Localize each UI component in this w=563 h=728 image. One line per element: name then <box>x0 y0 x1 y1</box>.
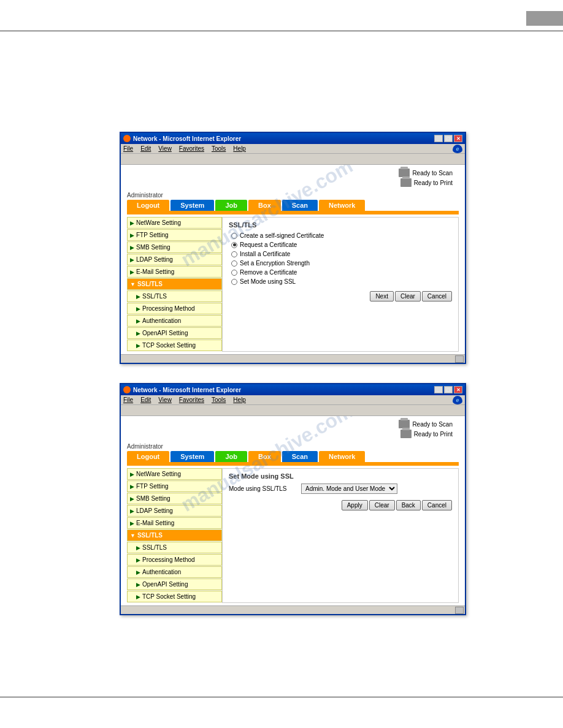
radio-remove-cert-input[interactable] <box>231 270 237 276</box>
sidebar-ldap-1[interactable]: ▶ LDAP Setting <box>127 254 222 265</box>
back-button-2[interactable]: Back <box>396 500 421 510</box>
minimize-btn-2[interactable]: _ <box>434 386 443 393</box>
arrow-icon-4: ▶ <box>130 257 134 263</box>
btn-group-2: Apply Clear Back Cancel <box>229 500 452 510</box>
menu-tools-1[interactable]: Tools <box>212 145 226 152</box>
main-area-2: ▶ NetWare Setting ▶ FTP Setting ▶ SMB Se… <box>121 466 465 605</box>
tab-network-1[interactable]: Network <box>319 200 365 211</box>
cancel-button-1[interactable]: Cancel <box>422 291 452 301</box>
sidebar-auth-2[interactable]: ▶ Authentication <box>127 566 222 578</box>
tab-job-1[interactable]: Job <box>215 200 247 211</box>
sidebar-processing-1[interactable]: ▶ Processing Method <box>127 303 222 314</box>
radio-request-cert-input[interactable] <box>231 242 237 248</box>
titlebar-buttons-2: _ □ ✕ <box>434 386 462 393</box>
tab-logout-2[interactable]: Logout <box>127 451 169 462</box>
arrow-icon-11: ▶ <box>136 343 140 349</box>
sidebar-ssltls-active-1[interactable]: ▼ SSL/TLS <box>127 278 222 290</box>
cancel-button-2[interactable]: Cancel <box>422 500 452 510</box>
menu-edit-1[interactable]: Edit <box>140 145 151 152</box>
sidebar-tcp-1[interactable]: ▶ TCP Socket Setting <box>127 339 222 351</box>
maximize-btn-1[interactable]: □ <box>444 135 453 142</box>
tab-job-2[interactable]: Job <box>215 451 247 462</box>
sidebar-netware-2[interactable]: ▶ NetWare Setting <box>127 468 222 480</box>
minimize-btn-1[interactable]: _ <box>434 135 443 142</box>
menu-favorites-2[interactable]: Favorites <box>179 396 204 403</box>
radio-remove-cert[interactable]: Remove a Certificate <box>231 269 452 276</box>
statusbar-2 <box>121 605 465 614</box>
titlebar-buttons-1: _ □ ✕ <box>434 135 462 142</box>
radio-set-mode[interactable]: Set Mode using SSL <box>231 278 452 285</box>
radio-set-mode-input[interactable] <box>231 279 237 285</box>
sidebar-openapi-2[interactable]: ▶ OpenAPI Setting <box>127 578 222 590</box>
tab-system-1[interactable]: System <box>170 200 214 211</box>
mode-dropdown[interactable]: Admin. Mode and User Mode Admin. Mode on… <box>301 483 397 494</box>
printer-header-2: Ready to Scan Ready to Print <box>121 416 465 442</box>
radio-install-cert[interactable]: Install a Certificate <box>231 251 452 257</box>
sidebar-tcp-2[interactable]: ▶ TCP Socket Setting <box>127 591 222 602</box>
bottom-line <box>0 697 563 697</box>
content-panel-1: SSL/TLS Create a self-signed Certificate… <box>222 217 459 352</box>
nav-tabs-2: Logout System Job Box Scan Network <box>121 451 465 462</box>
next-button-1[interactable]: Next <box>370 291 394 301</box>
radio-create-cert[interactable]: Create a self-signed Certificate <box>231 232 452 239</box>
sidebar-ssltls-active-2[interactable]: ▼ SSL/TLS <box>127 529 222 541</box>
arrow-icon-s2-10: ▶ <box>136 582 140 588</box>
sidebar-netware-1[interactable]: ▶ NetWare Setting <box>127 217 222 229</box>
tab-network-2[interactable]: Network <box>319 451 365 462</box>
tab-scan-1[interactable]: Scan <box>282 200 318 211</box>
close-btn-2[interactable]: ✕ <box>454 386 462 393</box>
radio-request-cert[interactable]: Request a Certificate <box>231 241 452 248</box>
printer-status-scan-1: Ready to Scan <box>399 169 453 177</box>
titlebar-2: Network - Microsoft Internet Explorer _ … <box>121 384 465 395</box>
sidebar-openapi-1[interactable]: ▶ OpenAPI Setting <box>127 327 222 339</box>
sidebar-processing-2[interactable]: ▶ Processing Method <box>127 554 222 566</box>
maximize-btn-2[interactable]: □ <box>444 386 453 393</box>
arrow-icon-s2-9: ▶ <box>136 569 140 575</box>
menu-favorites-1[interactable]: Favorites <box>179 145 204 152</box>
print-status-text-2: Ready to Print <box>414 431 453 438</box>
menu-tools-2[interactable]: Tools <box>212 396 226 403</box>
ie-logo-1: e <box>453 145 462 153</box>
close-btn-1[interactable]: ✕ <box>454 135 462 142</box>
sidebar-ssltls-sub-1[interactable]: ▶ SSL/TLS <box>127 290 222 302</box>
arrow-icon-s2-7: ▶ <box>136 545 140 551</box>
menu-view-1[interactable]: View <box>158 145 172 152</box>
sidebar-auth-1[interactable]: ▶ Authentication <box>127 315 222 327</box>
menu-file-2[interactable]: File <box>123 396 133 403</box>
sidebar-smb-2[interactable]: ▶ SMB Setting <box>127 493 222 504</box>
tab-system-2[interactable]: System <box>170 451 214 462</box>
arrow-icon-s2-6: ▼ <box>130 533 136 539</box>
sidebar-ldap-2[interactable]: ▶ LDAP Setting <box>127 505 222 517</box>
menu-file-1[interactable]: File <box>123 145 133 152</box>
radio-install-cert-input[interactable] <box>231 251 237 257</box>
arrow-icon-10: ▶ <box>136 330 140 336</box>
menu-edit-2[interactable]: Edit <box>140 396 151 403</box>
printer-status-print-1: Ready to Print <box>400 178 453 187</box>
ie-icon-1 <box>123 135 131 142</box>
sidebar-ftp-2[interactable]: ▶ FTP Setting <box>127 480 222 492</box>
clear-button-1[interactable]: Clear <box>395 291 421 301</box>
titlebar-1: Network - Microsoft Internet Explorer _ … <box>121 133 465 144</box>
nav-tabs-1: Logout System Job Box Scan Network <box>121 200 465 211</box>
tab-logout-1[interactable]: Logout <box>127 200 169 211</box>
sidebar-ssltls-sub-2[interactable]: ▶ SSL/TLS <box>127 542 222 553</box>
sidebar-ftp-1[interactable]: ▶ FTP Setting <box>127 229 222 241</box>
sidebar-email-1[interactable]: ▶ E-Mail Setting <box>127 266 222 278</box>
tab-scan-2[interactable]: Scan <box>282 451 318 462</box>
tab-box-1[interactable]: Box <box>248 200 281 211</box>
clear-button-2[interactable]: Clear <box>369 500 395 510</box>
radio-encryption[interactable]: Set a Encryption Strength <box>231 260 452 267</box>
arrow-icon-s2-1: ▶ <box>130 471 134 477</box>
main-area-1: ▶ NetWare Setting ▶ FTP Setting ▶ SMB Se… <box>121 214 465 354</box>
apply-button-2[interactable]: Apply <box>342 500 368 510</box>
tab-box-2[interactable]: Box <box>248 451 281 462</box>
radio-encryption-input[interactable] <box>231 260 237 267</box>
top-bar <box>526 11 563 26</box>
arrow-icon-2: ▶ <box>130 232 134 238</box>
menu-help-2[interactable]: Help <box>233 396 246 403</box>
sidebar-email-2[interactable]: ▶ E-Mail Setting <box>127 517 222 529</box>
menu-view-2[interactable]: View <box>158 396 172 403</box>
sidebar-smb-1[interactable]: ▶ SMB Setting <box>127 241 222 253</box>
radio-create-cert-input[interactable] <box>231 233 237 239</box>
menu-help-1[interactable]: Help <box>233 145 246 152</box>
